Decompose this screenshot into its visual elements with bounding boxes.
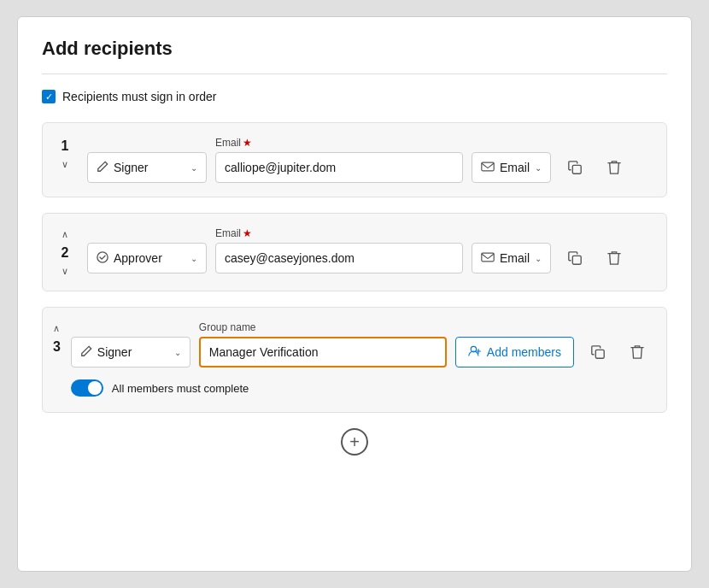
- recipient-number-col-2: ∧ 2 ∨: [43, 227, 87, 277]
- delete-btn-2[interactable]: [599, 243, 630, 273]
- role-label-2: Approver: [114, 251, 185, 265]
- chevron-up-icon-3[interactable]: ∧: [53, 323, 60, 334]
- person-add-icon: [468, 345, 482, 360]
- delivery-label-1: Email: [500, 161, 530, 174]
- role-dropdown-2[interactable]: Approver ⌄: [87, 243, 207, 273]
- delete-btn-3[interactable]: [622, 337, 653, 368]
- delivery-dropdown-2[interactable]: Email ⌄: [472, 243, 551, 273]
- add-recipient-button[interactable]: +: [341, 428, 368, 456]
- role-dropdown-3[interactable]: Signer ⌄: [71, 337, 190, 368]
- chevron-down-icon-1[interactable]: ∨: [62, 159, 68, 170]
- add-circle-row: +: [42, 428, 667, 456]
- role-dropdown-1[interactable]: Signer ⌄: [87, 152, 207, 183]
- recipient-main-row-2: Approver ⌄ Email★: [87, 227, 653, 273]
- recipient-number-col-3: ∧ 3: [43, 321, 71, 355]
- recipient-number-3: 3: [53, 339, 61, 355]
- role-field-group-1: Signer ⌄: [87, 137, 207, 183]
- recipient-number-1: 1: [62, 138, 69, 154]
- add-members-label: Add members: [487, 345, 561, 359]
- recipient-main-row-1: Signer ⌄ Email★: [87, 137, 653, 183]
- delete-btn-1[interactable]: [599, 152, 630, 183]
- group-name-label: Group name: [199, 321, 447, 333]
- group-name-field-group: Group name: [199, 321, 447, 368]
- sign-order-row: ✓ Recipients must sign in order: [42, 90, 667, 103]
- email-field-group-1: Email★: [215, 137, 463, 183]
- dropdown-arrow-icon-1: ⌄: [190, 163, 197, 173]
- delivery-dropdown-1[interactable]: Email ⌄: [472, 152, 551, 183]
- toggle-track: [71, 379, 103, 397]
- sign-order-label: Recipients must sign in order: [62, 90, 217, 103]
- add-members-button[interactable]: Add members: [455, 337, 574, 368]
- svg-rect-4: [572, 256, 581, 264]
- email-input-2[interactable]: [215, 243, 463, 273]
- all-members-row: All members must complete: [71, 379, 653, 397]
- email-label-1: Email★: [215, 137, 463, 149]
- all-members-label: All members must complete: [112, 382, 249, 395]
- approver-icon-2: [97, 251, 108, 266]
- dropdown-arrow-icon-3: ⌄: [174, 348, 181, 357]
- svg-rect-6: [595, 350, 604, 358]
- copy-btn-1[interactable]: [560, 152, 590, 183]
- recipient-number-col-1: 1 ∨: [43, 137, 87, 170]
- modal-title: Add recipients: [42, 38, 667, 60]
- email-label-2: Email★: [215, 227, 463, 239]
- delivery-arrow-icon-1: ⌄: [535, 163, 542, 173]
- recipient-card-1: 1 ∨ Signer ⌄: [42, 122, 667, 197]
- delivery-arrow-icon-2: ⌄: [535, 254, 542, 263]
- email-field-group-2: Email★: [215, 227, 463, 273]
- add-recipients-modal: Add recipients ✓ Recipients must sign in…: [17, 16, 692, 572]
- svg-rect-1: [572, 165, 581, 173]
- toggle-thumb: [88, 381, 102, 395]
- envelope-icon-1: [481, 161, 495, 174]
- pen-icon-1: [97, 161, 108, 175]
- recipient-main-row-3: Signer ⌄ Group name: [71, 321, 653, 368]
- role-field-group-3: Signer ⌄: [71, 321, 190, 368]
- all-members-toggle[interactable]: [71, 379, 103, 397]
- group-name-input[interactable]: [199, 337, 447, 368]
- pen-icon-3: [80, 345, 92, 360]
- copy-btn-2[interactable]: [560, 243, 590, 273]
- checkbox-check-icon: ✓: [45, 92, 53, 102]
- svg-rect-0: [482, 162, 494, 171]
- delivery-label-2: Email: [500, 251, 530, 265]
- svg-rect-3: [482, 253, 494, 262]
- recipient-number-2: 2: [62, 245, 69, 261]
- svg-point-2: [97, 251, 108, 262]
- role-label-3: Signer: [97, 345, 169, 359]
- copy-btn-3[interactable]: [583, 337, 613, 368]
- title-divider: [42, 74, 667, 74]
- email-input-1[interactable]: [215, 152, 463, 183]
- dropdown-arrow-icon-2: ⌄: [190, 254, 197, 263]
- recipient-body-1: Signer ⌄ Email★: [87, 137, 653, 183]
- chevron-up-icon-2[interactable]: ∧: [62, 229, 68, 240]
- recipient-card-2: ∧ 2 ∨ Approver ⌄: [42, 213, 667, 291]
- envelope-icon-2: [481, 251, 495, 265]
- sign-order-checkbox[interactable]: ✓: [42, 90, 56, 103]
- role-label-1: Signer: [114, 161, 185, 174]
- chevron-down-icon-2[interactable]: ∨: [62, 266, 68, 277]
- recipient-body-3: Signer ⌄ Group name: [71, 321, 653, 397]
- role-field-group-2: Approver ⌄: [87, 227, 207, 273]
- recipient-card-3: ∧ 3 Signer ⌄: [42, 307, 667, 413]
- recipient-body-2: Approver ⌄ Email★: [87, 227, 653, 273]
